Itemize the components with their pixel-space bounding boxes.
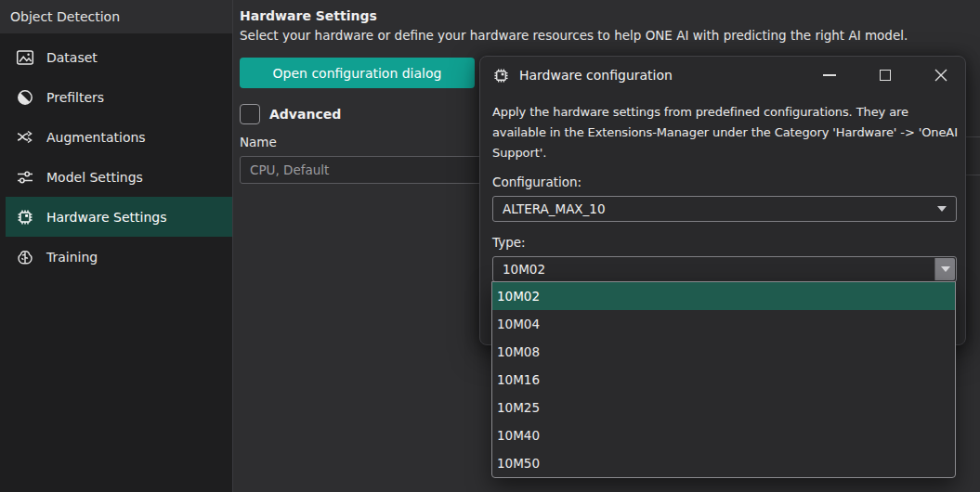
- page-title: Hardware Settings: [240, 8, 377, 23]
- dialog-body: Apply the hardware settings from predefi…: [480, 94, 965, 282]
- minimize-icon[interactable]: [820, 66, 839, 84]
- sidebar-nav: Dataset Prefilters Augmentations: [0, 37, 232, 277]
- configuration-combobox[interactable]: ALTERA_MAX_10: [492, 196, 957, 222]
- sidebar-item-hardware-settings[interactable]: Hardware Settings: [6, 197, 232, 237]
- sidebar-item-dataset[interactable]: Dataset: [0, 37, 232, 77]
- sidebar-header: Object Detection: [0, 0, 232, 33]
- configuration-value: ALTERA_MAX_10: [503, 201, 606, 216]
- type-value: 10M02: [503, 262, 545, 277]
- dropdown-option[interactable]: 10M08: [492, 338, 955, 366]
- dataset-image-icon: [16, 48, 34, 67]
- hardware-chip-icon: [492, 67, 510, 84]
- page-description: Select your hardware or define your hard…: [240, 28, 908, 43]
- dropdown-option[interactable]: 10M16: [492, 366, 955, 394]
- advanced-checkbox[interactable]: [240, 104, 260, 124]
- close-icon[interactable]: [932, 66, 950, 84]
- sidebar-item-augmentations[interactable]: Augmentations: [0, 117, 232, 157]
- sidebar: Object Detection Dataset Prefilters: [0, 0, 233, 492]
- dialog-description: Apply the hardware settings from predefi…: [492, 102, 959, 163]
- maximize-icon[interactable]: [876, 66, 895, 84]
- name-label: Name: [240, 135, 277, 149]
- window-controls: [820, 66, 950, 84]
- sidebar-item-model-settings[interactable]: Model Settings: [0, 157, 232, 197]
- sidebar-item-training[interactable]: Training: [0, 237, 232, 277]
- type-combobox[interactable]: 10M02: [492, 256, 957, 282]
- dropdown-option[interactable]: 10M50: [492, 449, 955, 477]
- background-field-sliver: [965, 136, 980, 175]
- sidebar-item-label: Augmentations: [46, 130, 146, 145]
- sidebar-item-prefilters[interactable]: Prefilters: [0, 77, 232, 117]
- sidebar-item-label: Hardware Settings: [46, 210, 166, 225]
- hardware-chip-icon: [16, 208, 34, 227]
- type-dropdown-button[interactable]: [934, 258, 955, 280]
- hardware-configuration-dialog: Hardware configuration Apply the hardwar…: [479, 56, 966, 345]
- configuration-label: Configuration:: [492, 175, 957, 189]
- augmentations-shuffle-icon: [16, 128, 34, 147]
- advanced-label: Advanced: [269, 107, 341, 122]
- sidebar-item-label: Model Settings: [46, 170, 143, 185]
- open-configuration-dialog-button[interactable]: Open configuration dialog: [240, 58, 475, 88]
- dropdown-option[interactable]: 10M04: [492, 310, 955, 338]
- chevron-down-icon: [937, 206, 947, 212]
- dropdown-option[interactable]: 10M40: [492, 421, 955, 449]
- prefilters-icon: [16, 88, 34, 107]
- advanced-row: Advanced: [240, 104, 341, 124]
- type-label: Type:: [492, 235, 957, 250]
- sidebar-item-label: Prefilters: [46, 90, 104, 105]
- chevron-down-icon: [941, 266, 950, 272]
- dialog-title: Hardware configuration: [519, 68, 673, 83]
- sidebar-item-label: Training: [46, 250, 98, 265]
- dialog-titlebar[interactable]: Hardware configuration: [480, 57, 965, 94]
- model-settings-sliders-icon: [16, 168, 34, 187]
- type-dropdown-list: 10M02 10M04 10M08 10M16 10M25 10M40 10M5…: [491, 281, 956, 478]
- training-brain-icon: [16, 248, 34, 266]
- dropdown-option[interactable]: 10M25: [492, 394, 955, 421]
- dropdown-option[interactable]: 10M02: [492, 282, 955, 310]
- sidebar-item-label: Dataset: [46, 50, 98, 65]
